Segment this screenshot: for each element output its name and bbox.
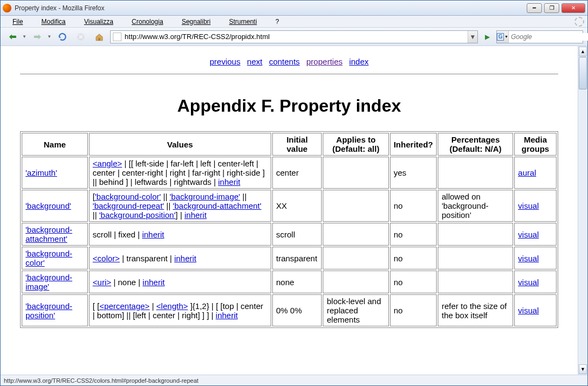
table-row: 'background-attachment'scroll | fixed | … [22,223,557,246]
table-header-0: Name [22,133,88,156]
back-button[interactable]: ⬅ [5,29,20,44]
scroll-down-button[interactable]: ▼ [579,364,587,374]
titlebar[interactable]: Property index - Mozilla Firefox ━ ❐ ✕ [1,1,587,16]
link-properties[interactable]: properties [306,57,343,66]
value-link[interactable]: inherit [216,311,238,320]
applies-cell [323,223,388,246]
property-name-link[interactable]: 'background' [25,201,71,210]
value-link[interactable]: <percentage> [99,301,150,311]
applies-cell [323,271,388,293]
site-identity-icon[interactable] [113,33,122,41]
firefox-icon [3,4,11,12]
search-engine-selector[interactable]: G▼ [497,31,509,43]
statusbar: http://www.w3.org/TR/REC-CSS2/colors.htm… [1,375,587,385]
initial-cell: XX [272,190,322,222]
scroll-thumb[interactable] [579,57,587,89]
status-text: http://www.w3.org/TR/REC-CSS2/colors.htm… [4,377,199,384]
table-row: 'azimuth'<angle> | [[ left-side | far-le… [22,157,557,189]
scroll-up-button[interactable]: ▲ [579,47,587,56]
percentages-cell: refer to the size of the box itself [438,294,513,326]
value-link[interactable]: <angle> [93,159,122,168]
content-area: previous next contents properties index … [1,46,587,375]
table-row: 'background-image'<uri> | none | inherit… [22,271,557,293]
value-link[interactable]: 'background-repeat' [93,201,164,210]
applies-cell [323,190,388,222]
vertical-scrollbar[interactable]: ▲ ▼ [578,46,587,375]
table-header-6: Media groups [514,133,557,156]
percentages-cell [438,223,513,246]
menu-file[interactable]: File [4,17,31,27]
google-icon: G [497,33,504,41]
percentages-cell: allowed on 'background-position' [438,190,513,222]
url-input[interactable] [124,31,468,43]
scroll-track[interactable] [578,57,587,364]
value-link[interactable]: <uri> [93,278,111,287]
values-cell: <uri> | none | inherit [89,271,271,293]
media-link[interactable]: visual [518,254,539,263]
link-index[interactable]: index [349,57,369,66]
value-link[interactable]: 'background-image' [170,192,240,201]
window-controls: ━ ❐ ✕ [527,3,585,13]
forward-dropdown[interactable]: ▼ [47,34,52,39]
reload-button[interactable] [55,29,70,44]
home-button[interactable] [92,29,107,44]
media-link[interactable]: visual [518,278,539,287]
table-header-5: Percentages(Default: N/A) [438,133,513,156]
value-link[interactable]: inherit [143,278,165,287]
search-input[interactable] [509,33,588,41]
value-link[interactable]: 'background-attachment' [173,201,261,210]
media-link[interactable]: aural [518,168,536,177]
inherited-cell: no [390,247,437,269]
url-dropdown[interactable]: ▼ [468,31,477,43]
property-name-link[interactable]: 'azimuth' [25,168,57,177]
applies-cell [323,157,388,189]
value-link[interactable]: inherit [218,177,240,186]
initial-cell: scroll [272,223,322,246]
value-link[interactable]: inherit [174,254,196,263]
initial-cell: transparent [272,247,322,269]
menu-modifica[interactable]: Modifica [33,17,74,27]
value-link[interactable]: 'background-position' [99,210,176,220]
table-row: 'background'['background-color' || 'back… [22,190,557,222]
link-next[interactable]: next [247,57,262,66]
table-header-3: Applies to(Default: all) [323,133,388,156]
page-heading: Appendix F. Property index [20,96,558,116]
value-link[interactable]: 'background-color' [95,192,161,201]
menu-help[interactable]: ? [267,17,288,27]
url-bar[interactable]: ▼ [110,30,478,43]
property-name-link[interactable]: 'background-color' [25,249,72,267]
inherited-cell: no [390,271,437,293]
close-button[interactable]: ✕ [561,3,585,13]
link-previous[interactable]: previous [209,57,240,66]
menu-strumenti[interactable]: Strumenti [220,17,265,27]
back-dropdown[interactable]: ▼ [22,34,27,39]
inherited-cell: no [390,190,437,222]
initial-cell: 0% 0% [272,294,322,326]
initial-cell: none [272,271,322,293]
menu-segnalibri[interactable]: Segnalibri [173,17,219,27]
value-link[interactable]: inherit [142,230,164,239]
maximize-button[interactable]: ❐ [544,3,559,13]
property-name-link[interactable]: 'background-attachment' [25,225,72,243]
search-bar[interactable]: G▼ [496,30,583,43]
menu-cronologia[interactable]: Cronologia [123,17,172,27]
page-nav-links: previous next contents properties index [20,53,558,74]
property-name-link[interactable]: 'background-position' [25,301,72,320]
media-link[interactable]: visual [518,306,539,315]
value-link[interactable]: <color> [93,254,120,263]
minimize-button[interactable]: ━ [527,3,542,13]
inherited-cell: no [390,223,437,246]
table-row: 'background-position'[ [<percentage> | <… [22,294,557,326]
value-link[interactable]: inherit [184,210,207,220]
inherited-cell: yes [390,157,437,189]
link-contents[interactable]: contents [269,57,300,66]
table-header-4: Inherited? [390,133,437,156]
forward-button: ➡ [30,29,45,44]
media-link[interactable]: visual [518,201,539,210]
go-button[interactable]: ▶ [481,31,493,43]
table-header-2: Initial value [272,133,322,156]
menu-visualizza[interactable]: Visualizza [75,17,122,27]
media-link[interactable]: visual [518,230,539,239]
value-link[interactable]: <length> [156,301,188,311]
property-name-link[interactable]: 'background-image' [25,273,72,291]
